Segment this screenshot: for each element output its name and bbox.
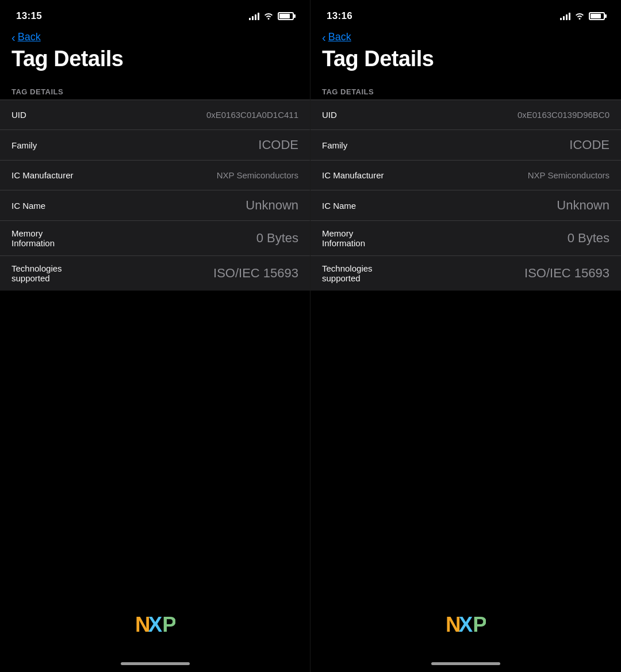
details-table-1: UID 0xE0163C01A0D1C411 Family ICODE IC M…: [0, 100, 310, 291]
svg-text:P: P: [473, 613, 486, 635]
section-header-2: TAG DETAILS: [310, 83, 621, 100]
table-row: Family ICODE: [0, 130, 310, 161]
status-time-1: 13:15: [16, 10, 42, 22]
ic-manufacturer-value: NXP Semiconductors: [74, 170, 298, 180]
page-title-1: Tag Details: [0, 43, 310, 83]
nxp-logo-1: N X P: [135, 612, 175, 637]
details-table-2: UID 0xE0163C0139D96BC0 Family ICODE IC M…: [310, 100, 621, 291]
technologies-label: Technologies supported: [12, 264, 62, 283]
status-icons-1: [249, 12, 294, 21]
status-bar-1: 13:15: [0, 0, 310, 29]
technologies-value: ISO/IEC 15693: [62, 266, 298, 281]
memory-info-label: Memory Information: [12, 228, 55, 248]
ic-manufacturer-label: IC Manufacturer: [12, 170, 74, 180]
svg-text:X: X: [459, 613, 473, 635]
table-row: Family ICODE: [310, 130, 621, 161]
family-label: Family: [12, 140, 37, 150]
table-row: IC Name Unknown: [310, 190, 621, 221]
uid-value-2: 0xE0163C0139D96BC0: [337, 110, 610, 120]
ic-name-value-2: Unknown: [356, 198, 610, 213]
ic-name-label-2: IC Name: [322, 201, 356, 211]
ic-name-label: IC Name: [12, 201, 45, 211]
family-value: ICODE: [37, 138, 298, 152]
ic-name-value: Unknown: [45, 198, 298, 213]
family-value-2: ICODE: [347, 138, 610, 152]
svg-text:P: P: [162, 613, 175, 635]
wifi-icon-2: [574, 12, 585, 21]
back-chevron-icon: ‹: [12, 32, 16, 43]
wifi-icon: [263, 12, 274, 21]
table-row: UID 0xE0163C01A0D1C411: [0, 100, 310, 130]
back-chevron-icon-2: ‹: [322, 32, 326, 43]
home-indicator-1: [121, 662, 190, 665]
phone-screen-1: 13:15 ‹ Back Tag Details TAG DETAILS: [0, 0, 310, 672]
page-title-2: Tag Details: [310, 43, 621, 83]
back-label-1[interactable]: Back: [18, 31, 41, 43]
battery-icon: [278, 12, 294, 20]
uid-label-2: UID: [322, 110, 337, 120]
back-label-2[interactable]: Back: [328, 31, 351, 43]
back-button-1[interactable]: ‹ Back: [0, 29, 310, 43]
family-label-2: Family: [322, 140, 347, 150]
table-row: Technologies supported ISO/IEC 15693: [0, 256, 310, 291]
table-row: UID 0xE0163C0139D96BC0: [310, 100, 621, 130]
section-header-1: TAG DETAILS: [0, 83, 310, 100]
uid-value: 0xE0163C01A0D1C411: [26, 110, 298, 120]
signal-bars-icon: [249, 12, 259, 20]
memory-info-label-2: Memory Information: [322, 228, 365, 248]
nxp-logo-2: N X P: [446, 612, 486, 637]
svg-text:X: X: [148, 613, 162, 635]
memory-info-value: 0 Bytes: [55, 231, 298, 246]
technologies-label-2: Technologies supported: [322, 264, 373, 283]
ic-manufacturer-value-2: NXP Semiconductors: [384, 170, 610, 180]
signal-bars-icon-2: [560, 12, 570, 20]
status-icons-2: [560, 12, 605, 21]
status-bar-2: 13:16: [310, 0, 621, 29]
status-time-2: 13:16: [327, 10, 352, 22]
memory-info-value-2: 0 Bytes: [365, 231, 610, 246]
table-row: IC Name Unknown: [0, 190, 310, 221]
back-button-2[interactable]: ‹ Back: [310, 29, 621, 43]
table-row: IC Manufacturer NXP Semiconductors: [310, 161, 621, 190]
battery-icon-2: [589, 12, 605, 20]
uid-label: UID: [12, 110, 26, 120]
technologies-value-2: ISO/IEC 15693: [373, 266, 610, 281]
table-row: Technologies supported ISO/IEC 15693: [310, 256, 621, 291]
phone-screen-2: 13:16 ‹ Back Tag Details TAG DETAILS: [310, 0, 621, 672]
ic-manufacturer-label-2: IC Manufacturer: [322, 170, 384, 180]
table-row: Memory Information 0 Bytes: [0, 221, 310, 256]
home-indicator-2: [431, 662, 500, 665]
table-row: Memory Information 0 Bytes: [310, 221, 621, 256]
table-row: IC Manufacturer NXP Semiconductors: [0, 161, 310, 190]
